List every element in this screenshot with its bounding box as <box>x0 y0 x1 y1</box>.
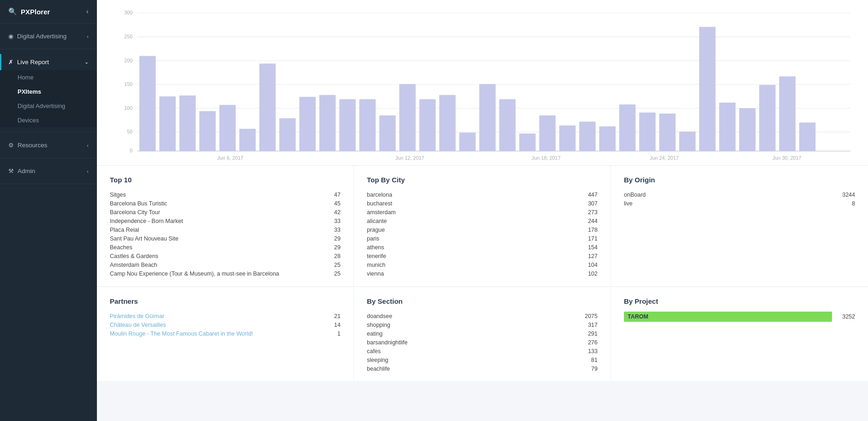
item-value: 102 <box>579 271 598 277</box>
svg-rect-16 <box>180 96 196 151</box>
list-item: doandsee2075 <box>367 312 598 320</box>
sidebar-item-digital-advertising[interactable]: ◉ Digital Advertising ‹ <box>0 28 97 44</box>
item-value: 307 <box>579 200 598 207</box>
svg-text:Jun 30, 2017: Jun 30, 2017 <box>772 155 802 161</box>
list-item: beachlife79 <box>367 364 598 373</box>
item-label[interactable]: Moulin Rouge - The Most Famous Cabaret i… <box>110 331 253 337</box>
item-label: vienna <box>367 271 384 277</box>
sidebar-sub-item-devices[interactable]: Devices <box>0 113 97 127</box>
svg-rect-17 <box>199 111 216 151</box>
sidebar: 🔍 PXPlorer ‹ ◉ Digital Advertising ‹ ✗ L… <box>0 0 97 421</box>
list-item: prague178 <box>367 225 598 234</box>
sidebar-sub-live-report: Home PXItems Digital Advertising Devices <box>0 70 97 127</box>
item-value: 29 <box>322 244 341 251</box>
svg-rect-19 <box>239 129 256 151</box>
list-item: Barcelona City Tour42 <box>110 208 341 217</box>
item-label: munich <box>367 262 385 268</box>
item-label: bucharest <box>367 200 392 207</box>
item-label: amsterdam <box>367 209 396 216</box>
item-label: Amsterdam Beach <box>110 262 157 268</box>
item-label: tenerife <box>367 253 386 259</box>
svg-rect-28 <box>419 99 436 151</box>
item-label: athens <box>367 244 384 251</box>
sidebar-section-live-report: ✗ Live Report ⌄ Home PXItems Digital Adv… <box>0 49 97 132</box>
chevron-left-icon: ‹ <box>87 34 89 39</box>
sidebar-section-digital-advertising: ◉ Digital Advertising ‹ <box>0 24 97 49</box>
list-item: Camp Nou Experience (Tour & Museum), a m… <box>110 269 341 278</box>
sidebar-item-label: Admin <box>18 168 35 174</box>
top10-rows: Sitges47Barcelona Bus Turistic45Barcelon… <box>110 190 341 278</box>
list-item: Castles & Gardens28 <box>110 252 341 260</box>
by-project-rows: TAROM 3252 <box>624 312 855 322</box>
svg-rect-44 <box>739 108 755 151</box>
svg-rect-46 <box>779 76 796 151</box>
item-value: 447 <box>579 192 598 198</box>
svg-rect-18 <box>219 105 235 151</box>
sidebar-sub-item-home[interactable]: Home <box>0 70 97 84</box>
item-value: 21 <box>322 313 341 319</box>
item-label: barsandnightlife <box>367 339 407 346</box>
item-value: 81 <box>579 357 598 363</box>
svg-text:Jun 18, 2017: Jun 18, 2017 <box>532 155 561 161</box>
svg-rect-27 <box>399 84 415 151</box>
sidebar-item-live-report[interactable]: ✗ Live Report ⌄ <box>0 54 97 70</box>
item-label[interactable]: Pirámides de Güímar <box>110 313 164 319</box>
list-item: Amsterdam Beach25 <box>110 260 341 269</box>
item-label[interactable]: Château de Versailles <box>110 322 166 328</box>
item-label: prague <box>367 227 385 233</box>
item-value: 33 <box>322 227 341 233</box>
item-label: beachlife <box>367 366 390 372</box>
list-item: munich104 <box>367 260 598 269</box>
top10-title: Top 10 <box>110 176 341 184</box>
top-by-city-section: Top By City barcelona447bucharest307amst… <box>354 166 611 287</box>
sidebar-sub-item-digital-advertising[interactable]: Digital Advertising <box>0 99 97 113</box>
svg-rect-34 <box>539 115 556 151</box>
list-item: Moulin Rouge - The Most Famous Cabaret i… <box>110 329 341 338</box>
item-label: cafes <box>367 348 381 355</box>
sidebar-collapse-icon[interactable]: ‹ <box>86 7 89 16</box>
chevron-left-icon: ‹ <box>87 143 89 148</box>
item-value: 104 <box>579 262 598 268</box>
item-value: 178 <box>579 227 598 233</box>
item-label: shopping <box>367 322 390 328</box>
list-item: Sant Pau Art Nouveau Site29 <box>110 234 341 243</box>
svg-rect-47 <box>799 123 815 151</box>
item-value: 45 <box>322 200 341 207</box>
ad-icon: ◉ <box>8 33 13 40</box>
by-origin-section: By Origin onBoard3244live8 <box>611 166 868 287</box>
item-value: 79 <box>579 366 598 372</box>
list-item: Beaches29 <box>110 243 341 252</box>
sidebar-item-resources[interactable]: ⚙ Resources ‹ <box>0 137 97 153</box>
sidebar-section-resources: ⚙ Resources ‹ <box>0 132 97 158</box>
list-item: cafes133 <box>367 347 598 355</box>
list-item: Pirámides de Güímar21 <box>110 312 341 320</box>
data-sections-row2: Partners Pirámides de Güímar21Château de… <box>97 287 868 382</box>
chevron-down-icon: ⌄ <box>84 59 89 65</box>
item-label: alicante <box>367 218 387 224</box>
item-value: 154 <box>579 244 598 251</box>
sidebar-sub-item-pxitems[interactable]: PXItems <box>0 84 97 99</box>
svg-text:Jun 12, 2017: Jun 12, 2017 <box>395 155 425 161</box>
svg-rect-37 <box>599 126 616 151</box>
svg-rect-32 <box>499 99 515 151</box>
item-label: sleeping <box>367 357 389 363</box>
list-item: Château de Versailles14 <box>110 320 341 329</box>
list-item: paris171 <box>367 234 598 243</box>
list-item: barcelona447 <box>367 190 598 199</box>
list-item: live8 <box>624 199 855 208</box>
item-label: Beaches <box>110 244 132 251</box>
item-label: doandsee <box>367 313 392 319</box>
svg-rect-21 <box>279 118 295 151</box>
sidebar-item-admin[interactable]: ⚒ Admin ‹ <box>0 163 97 179</box>
by-project-section: By Project TAROM 3252 <box>611 287 868 382</box>
svg-rect-14 <box>139 56 156 151</box>
sidebar-logo[interactable]: 🔍 PXPlorer ‹ <box>0 0 97 24</box>
item-value: 133 <box>579 348 598 355</box>
bar-chart: 0 50 100 150 200 250 300 <box>110 8 855 161</box>
svg-text:Jun 6, 2017: Jun 6, 2017 <box>217 155 244 161</box>
project-bar-fill: TAROM <box>624 312 832 322</box>
sidebar-section-admin: ⚒ Admin ‹ <box>0 158 97 184</box>
item-value: 127 <box>579 253 598 259</box>
item-value: 3244 <box>837 192 855 198</box>
item-label: eating <box>367 331 383 337</box>
